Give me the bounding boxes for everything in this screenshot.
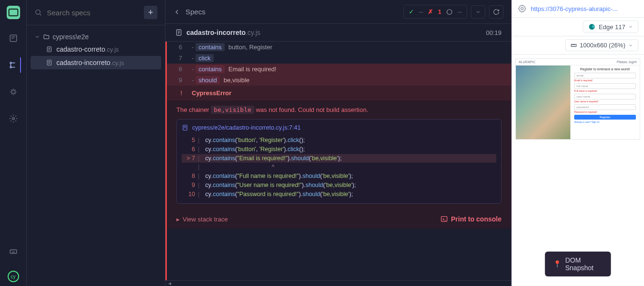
- fail-icon: ✗: [428, 8, 433, 15]
- file-name: cadastro-correto: [56, 45, 105, 53]
- file-icon: [46, 59, 53, 66]
- debug-icon[interactable]: [6, 84, 21, 99]
- timer: 00:19: [486, 29, 502, 36]
- spec-name: cadastro-incorreto: [186, 29, 246, 36]
- command-name: click: [196, 54, 213, 62]
- command-args: Email is required!: [229, 66, 276, 73]
- command-row[interactable]: 9-shouldbe,visible: [167, 75, 511, 86]
- error-message: The chainer be,visible was not found. Co…: [176, 106, 502, 113]
- command-row[interactable]: 7-click: [167, 53, 511, 64]
- preview-input: user name: [574, 94, 636, 99]
- file-panel: + cypress\e2e cadastro-correto.cy.jscada…: [27, 0, 165, 286]
- code-line: 10| cy.contains("Password is required!")…: [182, 190, 496, 199]
- pending-icon: [446, 9, 453, 15]
- file-name: cadastro-incorreto: [56, 59, 110, 66]
- preview-register-button: Register: [574, 115, 636, 120]
- specs-icon[interactable]: [6, 31, 21, 46]
- file-icon: [175, 29, 183, 36]
- pass-icon: ✓: [409, 8, 414, 15]
- main-panel: Specs ✓ -- ✗ 1 -- cadastro-incorreto.cy.…: [165, 0, 511, 286]
- svg-point-2: [10, 62, 11, 64]
- svg-rect-6: [10, 250, 17, 253]
- horizontal-scrollbar[interactable]: ◄: [165, 280, 511, 286]
- command-name: contains: [196, 65, 224, 73]
- svg-point-4: [11, 90, 15, 94]
- svg-rect-13: [441, 217, 447, 222]
- file-icon: [182, 124, 188, 131]
- back-label: Specs: [186, 8, 206, 16]
- preview-brand: ALURAPIC: [519, 60, 535, 64]
- url-display[interactable]: https://3076-cypress-alurapic-...: [531, 5, 618, 12]
- preview-error: Full name is required!: [574, 89, 636, 92]
- preview-input: email: [574, 73, 636, 78]
- cypress-badge: cy: [8, 271, 19, 282]
- code-line: | ^: [182, 163, 496, 172]
- preview-error: Email is required!: [574, 79, 636, 82]
- fail-count: 1: [438, 8, 441, 15]
- selector-icon[interactable]: [517, 4, 527, 13]
- error-header: ! CypressError: [167, 86, 511, 100]
- reload-button[interactable]: [489, 5, 503, 19]
- preview-signin-link: Already a user? Sign in!: [574, 121, 636, 123]
- edge-icon: [588, 23, 596, 31]
- runs-icon[interactable]: [6, 57, 21, 73]
- svg-point-5: [12, 118, 14, 120]
- code-line: 5| cy.contains('button', 'Register').cli…: [182, 136, 496, 145]
- code-line: 7| cy.contains("Email is required!").sho…: [182, 154, 496, 163]
- view-stack-trace[interactable]: ▸View stack trace: [176, 216, 228, 223]
- spec-tree: cypress\e2e cadastro-correto.cy.jscadast…: [27, 25, 165, 75]
- file-icon: [46, 46, 53, 53]
- svg-point-7: [36, 10, 40, 14]
- svg-point-15: [521, 8, 524, 10]
- preview-form: Register to embrace a new world! emailEm…: [570, 66, 640, 139]
- search-input[interactable]: [47, 9, 139, 17]
- code-block: cypress/e2e/cadastro-incorreto.cy.js:7:4…: [176, 119, 502, 204]
- preview-panel: https://3076-cypress-alurapic-... Edge 1…: [511, 0, 644, 286]
- tree-file[interactable]: cadastro-incorreto.cy.js: [31, 56, 161, 69]
- error-body: The chainer be,visible was not found. Co…: [167, 100, 511, 209]
- chevron-down-icon: [34, 34, 40, 40]
- icon-sidebar: cy: [0, 0, 27, 286]
- spec-ext: .cy.js: [246, 29, 261, 36]
- keyboard-icon[interactable]: [6, 244, 21, 259]
- command-name: should: [196, 76, 219, 84]
- code-line: 9| cy.contains("User name is required!")…: [182, 181, 496, 190]
- pending-count: --: [458, 8, 462, 15]
- cypress-logo: [7, 6, 20, 19]
- preview-input: password: [574, 104, 636, 110]
- chevron-down-icon: [628, 24, 633, 29]
- command-log[interactable]: 6-containsbutton, Register7-click8-conta…: [165, 42, 511, 280]
- svg-point-14: [519, 5, 525, 11]
- chevron-down-button[interactable]: [471, 5, 485, 19]
- code-line: 6| cy.contains('button', 'Register').cli…: [182, 145, 496, 154]
- tree-file[interactable]: cadastro-correto.cy.js: [31, 43, 161, 56]
- browser-selector[interactable]: Edge 117: [583, 21, 638, 33]
- dom-snapshot-badge[interactable]: 📍 DOM Snapshot: [545, 252, 611, 276]
- svg-point-10: [447, 9, 452, 14]
- file-ext: .cy.js: [110, 59, 124, 66]
- preview-image: [516, 66, 570, 139]
- command-args: button, Register: [229, 44, 273, 51]
- folder-label: cypress\e2e: [53, 33, 88, 41]
- chevron-down-icon: [628, 43, 633, 48]
- viewport-selector[interactable]: 1000x660 (26%): [565, 39, 638, 51]
- folder-icon: [43, 33, 50, 40]
- file-ext: .cy.js: [105, 46, 119, 53]
- pin-icon: 📍: [553, 260, 561, 268]
- error-file-link[interactable]: cypress/e2e/cadastro-incorreto.cy.js:7:4…: [182, 124, 496, 131]
- command-name: contains: [196, 43, 224, 51]
- back-to-specs[interactable]: Specs: [173, 8, 206, 16]
- settings-icon[interactable]: [6, 111, 21, 126]
- preview-login: Please, login!: [617, 60, 637, 64]
- app-preview[interactable]: ALURAPIC Please, login! Register to embr…: [515, 58, 640, 140]
- print-to-console[interactable]: Print to console: [440, 215, 502, 223]
- command-row[interactable]: 8-containsEmail is required!: [167, 64, 511, 75]
- svg-point-3: [10, 66, 11, 68]
- console-icon: [440, 215, 448, 223]
- arrow-left-icon: [173, 8, 181, 16]
- command-row[interactable]: 6-containsbutton, Register: [167, 42, 511, 53]
- code-line: 8| cy.contains("Full name is required!")…: [182, 172, 496, 181]
- search-icon: [34, 9, 42, 16]
- tree-folder[interactable]: cypress\e2e: [31, 31, 161, 43]
- add-spec-button[interactable]: +: [144, 6, 157, 19]
